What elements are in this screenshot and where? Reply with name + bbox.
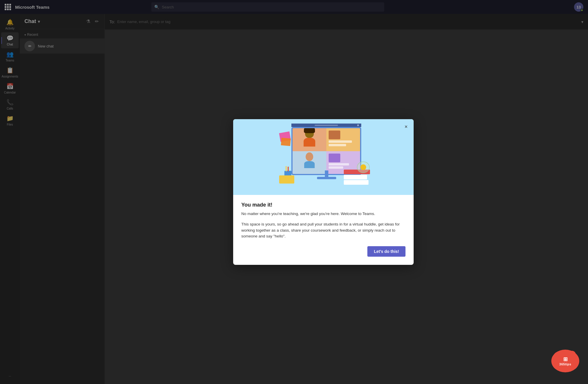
monitor-grid bbox=[293, 128, 360, 174]
modal-close-button[interactable]: × bbox=[402, 123, 410, 131]
sticky-note-2 bbox=[281, 138, 291, 146]
bird-illustration bbox=[360, 164, 366, 170]
tips-cloud: ⊞ 365tips bbox=[551, 350, 579, 372]
modal-title: You made it! bbox=[241, 202, 405, 208]
modal-footer: Let's do this! bbox=[241, 246, 405, 257]
tips-badge[interactable]: ⊞ 365tips bbox=[551, 350, 579, 372]
cell-bar-2 bbox=[329, 144, 346, 146]
monitor-cell-person2 bbox=[326, 128, 360, 151]
folder-illustration bbox=[279, 175, 294, 184]
modal-text-1: No matter where you're teaching, we're g… bbox=[241, 211, 405, 217]
book-3 bbox=[344, 180, 369, 185]
cell-bar-3 bbox=[329, 163, 349, 165]
monitor-topbar bbox=[291, 124, 361, 127]
monitor-topbar-bar bbox=[315, 125, 338, 126]
trophy-illustration bbox=[356, 161, 371, 176]
monitor-stand bbox=[325, 170, 328, 177]
person-2-body bbox=[304, 161, 315, 168]
monitor-base bbox=[317, 177, 336, 179]
person-1-head bbox=[305, 128, 314, 138]
monitor-cell-person3 bbox=[293, 151, 326, 174]
monitor-cell-person1 bbox=[293, 128, 326, 151]
cell-bar-1 bbox=[329, 140, 352, 143]
cell-bar-4 bbox=[329, 166, 343, 169]
modal-text-2: This space is yours, so go ahead and pul… bbox=[241, 221, 405, 239]
tips-office-icon: ⊞ bbox=[563, 356, 568, 362]
person-1-body bbox=[304, 138, 315, 147]
unicorn-illustration bbox=[329, 154, 340, 162]
monitor-screen bbox=[291, 127, 361, 175]
cell-image bbox=[329, 131, 340, 139]
person-2-illustration bbox=[302, 152, 317, 173]
modal-illustration: × bbox=[233, 119, 414, 195]
modal-body: You made it! No matter where you're teac… bbox=[233, 195, 414, 265]
person-2-head bbox=[306, 152, 313, 161]
monitor-topbar-dot bbox=[357, 124, 359, 126]
trophy-glass bbox=[357, 161, 370, 173]
tips-text: 365tips bbox=[559, 362, 571, 366]
illustration-scene bbox=[274, 124, 373, 193]
modal-cta-button[interactable]: Let's do this! bbox=[367, 246, 405, 257]
person-1-illustration bbox=[301, 128, 318, 151]
welcome-modal: × bbox=[233, 119, 414, 265]
